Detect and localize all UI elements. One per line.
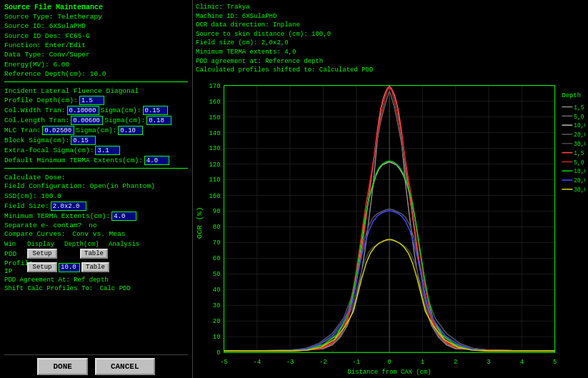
pdd-row: PDD Setup Table bbox=[4, 249, 188, 259]
field-size-input[interactable] bbox=[51, 202, 86, 211]
data-type-value: Conv/Super bbox=[49, 51, 90, 59]
setup-btn-2[interactable]: Setup bbox=[27, 262, 57, 272]
left-panel: Source File Maintenance Source Type: Tel… bbox=[0, 0, 193, 378]
profile-depth-label: Profile Depth(cm): bbox=[4, 96, 78, 104]
profile-ip-row: Profile IP Setup Table bbox=[4, 259, 188, 275]
chart-header: Clinic: Trakya Machine ID: 6XSulaPHD OCR… bbox=[196, 3, 585, 75]
svg-text:140: 140 bbox=[209, 129, 221, 136]
done-button[interactable]: DONE bbox=[37, 358, 87, 375]
field-config-row: Field Configuration: Open(in Phantom) bbox=[4, 182, 188, 191]
min-terma-label: Minimum TERMA Extents(cm): bbox=[4, 212, 110, 220]
ssd-value: 100.0 bbox=[41, 192, 61, 201]
field-size-info: Field size (cm): 2,0x2,0 bbox=[196, 39, 585, 48]
table-btn-1[interactable]: Table bbox=[80, 249, 108, 259]
title-row: Source File Maintenance bbox=[4, 3, 188, 12]
ssd-label: SSD(cm): bbox=[4, 192, 37, 201]
svg-text:40: 40 bbox=[213, 285, 221, 293]
source-id-des-label: Source ID Des: bbox=[4, 32, 61, 41]
depth-col-header: Depth(cm) bbox=[64, 241, 107, 248]
svg-text:5,0 Conv: 5,0 Conv bbox=[574, 159, 585, 165]
svg-text:-2: -2 bbox=[319, 358, 327, 366]
svg-text:170: 170 bbox=[209, 81, 221, 89]
setup-btn-1[interactable]: Setup bbox=[27, 249, 57, 259]
svg-text:-1: -1 bbox=[352, 358, 360, 366]
clinic-label: Clinic: Trakya bbox=[196, 3, 585, 12]
source-type-row: Source Type: Teletherapy bbox=[4, 13, 188, 21]
svg-text:150: 150 bbox=[209, 113, 221, 121]
default-min-terma-input[interactable] bbox=[144, 156, 169, 165]
svg-text:3: 3 bbox=[487, 358, 490, 366]
block-sigma-label: Block Sigma(cm): bbox=[4, 136, 69, 144]
shift-calc-row: Shift Calc Profiles To: Calc PDD bbox=[4, 285, 188, 292]
title: Source File Maintenance bbox=[4, 3, 103, 12]
svg-text:30: 30 bbox=[213, 302, 221, 309]
col-width-input[interactable] bbox=[67, 106, 99, 115]
sep-e-contam-row: Separate e- contam? no bbox=[4, 222, 188, 229]
svg-text:1,5 Conv: 1,5 Conv bbox=[574, 149, 585, 156]
svg-text:5: 5 bbox=[553, 358, 557, 366]
svg-text:OCR (%): OCR (%) bbox=[196, 207, 204, 239]
mlc-sigma-input[interactable] bbox=[118, 126, 143, 135]
depth-value-input[interactable] bbox=[59, 263, 80, 272]
field-config-value: Open(in Phantom) bbox=[90, 182, 155, 191]
min-terma-extents: Minimum TERMA extents: 4,0 bbox=[196, 48, 585, 57]
svg-text:1: 1 bbox=[421, 358, 425, 366]
svg-text:30,0 Meas: 30,0 Meas bbox=[574, 140, 585, 146]
field-config-label: Field Configuration: bbox=[4, 182, 86, 191]
svg-text:-4: -4 bbox=[253, 358, 261, 366]
source-id-des-row: Source ID Des: FC65-G bbox=[4, 32, 188, 41]
min-terma-input[interactable] bbox=[111, 212, 136, 221]
svg-text:5,0 Meas: 5,0 Meas bbox=[574, 113, 585, 119]
col-width-sigma-input[interactable] bbox=[143, 106, 168, 115]
function-row: Function: Enter/Edit bbox=[4, 41, 188, 50]
source-type-label: Source Type: bbox=[4, 13, 53, 21]
pdd-agreement-text: PDD Agreement At: Ref depth bbox=[4, 277, 109, 284]
col-length-input[interactable] bbox=[71, 116, 103, 125]
svg-text:90: 90 bbox=[213, 207, 221, 214]
col-width-label: Col.Width Tran: bbox=[4, 106, 66, 114]
svg-text:-3: -3 bbox=[286, 358, 294, 366]
mlc-label: MLC Tran: bbox=[4, 126, 41, 134]
svg-text:Distance from CAX (cm): Distance from CAX (cm) bbox=[348, 368, 432, 375]
table-headers: Win Display Depth(cm) Analysis bbox=[4, 241, 188, 248]
extra-focal-label: Extra-focal Sigma(cm): bbox=[4, 146, 94, 154]
cancel-button[interactable]: CANCEL bbox=[95, 358, 155, 375]
ocr-data-dir: OCR data direction: Inplane bbox=[196, 21, 585, 30]
svg-text:2: 2 bbox=[454, 358, 457, 366]
fluence-header: Incident Lateral Fluence Diagonal bbox=[4, 87, 188, 95]
svg-text:10,0 Conv: 10,0 Conv bbox=[574, 168, 585, 174]
mlc-sigma-label: Sigma(cm): bbox=[76, 126, 116, 134]
svg-text:100: 100 bbox=[209, 192, 221, 199]
data-type-row: Data Type: Conv/Super bbox=[4, 51, 188, 59]
function-value: Enter/Edit bbox=[45, 41, 86, 50]
analysis-col-header: Analysis bbox=[109, 241, 144, 248]
data-type-label: Data Type: bbox=[4, 51, 45, 59]
pdd-agreement-row: PDD Agreement At: Ref depth bbox=[4, 277, 188, 284]
extra-focal-row: Extra-focal Sigma(cm): bbox=[4, 146, 188, 155]
profile-depth-input[interactable] bbox=[79, 96, 104, 105]
table-btn-2[interactable]: Table bbox=[81, 262, 109, 272]
bottom-bar: DONE CANCEL bbox=[4, 354, 188, 375]
shift-calc-label: Shift Calc Profiles To: bbox=[4, 285, 93, 292]
svg-rect-0 bbox=[196, 78, 585, 375]
svg-text:1,5 Meas: 1,5 Meas bbox=[574, 104, 585, 110]
block-sigma-input[interactable] bbox=[71, 136, 96, 145]
mlc-input[interactable] bbox=[42, 126, 74, 135]
extra-focal-input[interactable] bbox=[95, 146, 120, 155]
profile-depth-row: Profile Depth(cm): bbox=[4, 96, 188, 105]
col-length-sigma-input[interactable] bbox=[146, 116, 171, 125]
svg-text:20: 20 bbox=[213, 317, 221, 324]
svg-text:0: 0 bbox=[387, 358, 391, 366]
compare-curves-value: Conv vs. Meas bbox=[72, 230, 125, 238]
ref-depth-row: Reference Depth(cm): 10.0 bbox=[4, 70, 188, 79]
col-width-row: Col.Width Tran: Sigma(cm): bbox=[4, 106, 188, 115]
chart-container: OCR (%) 170 160 150 140 bbox=[196, 78, 585, 375]
source-id-label: Source ID: bbox=[4, 22, 45, 31]
svg-text:120: 120 bbox=[209, 160, 221, 168]
calc-dose-header: Calculate Dose: bbox=[4, 174, 188, 181]
svg-text:20,0 Conv: 20,0 Conv bbox=[574, 177, 585, 184]
svg-text:110: 110 bbox=[209, 176, 221, 184]
shift-calc-info: Calculated profiles shifted to: Calculat… bbox=[196, 66, 585, 75]
svg-text:30,0 Conv: 30,0 Conv bbox=[574, 186, 585, 193]
sep-e-contam-label: Separate e- contam? bbox=[4, 222, 81, 229]
